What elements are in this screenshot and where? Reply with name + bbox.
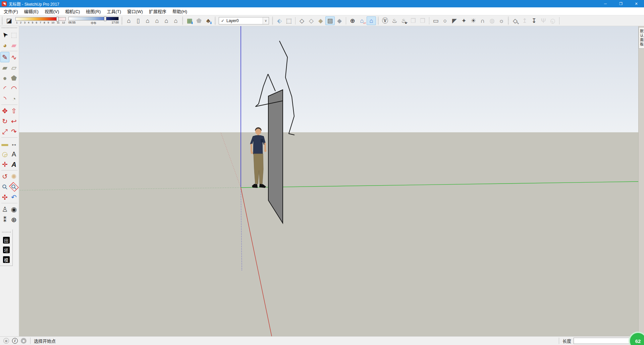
pie-tool[interactable]: ◔ (9, 93, 18, 104)
vray-ies-light-button[interactable]: ✦ (459, 16, 469, 25)
make-component-tool[interactable]: ⬚ (9, 29, 18, 40)
vray-mesh-light-button[interactable]: ◍ (487, 16, 497, 25)
vray-render-interactive-button[interactable]: ♨☛ (399, 16, 409, 25)
tape-measure-tool[interactable]: ▬ (0, 138, 9, 149)
hidden-line-style-button[interactable]: ◇ (307, 16, 316, 25)
three-point-arc-tool[interactable]: ◝ (0, 93, 9, 104)
rotated-rectangle-tool[interactable]: ▱ (9, 62, 18, 73)
add-location-button[interactable]: ▦⬇ (185, 16, 194, 25)
dimension-tool[interactable]: ↔ (9, 138, 18, 149)
follow-me-tool[interactable]: ↩ (9, 116, 18, 126)
shadow-date-track[interactable] (15, 17, 66, 21)
eraser-tool[interactable]: ▰ (9, 40, 18, 50)
menu-help[interactable]: 帮助(H) (169, 7, 190, 15)
xray-style-button[interactable]: ⬖ (275, 16, 284, 25)
position-camera-tool[interactable]: ♙ (0, 204, 9, 214)
vray-frame-buffer-button[interactable]: ❐ (409, 16, 418, 25)
arc-tool[interactable]: ◜ (0, 83, 9, 93)
toolbar-grip[interactable] (214, 17, 216, 25)
menu-draw[interactable]: 绘图(R) (83, 7, 104, 15)
pan-tool[interactable]: ✺ (9, 171, 18, 182)
zoom-window-tool[interactable]: ⚲ (9, 182, 18, 192)
maximize-button[interactable]: ❐ (613, 0, 629, 7)
orbit-tool[interactable]: ↺ (0, 171, 9, 182)
plugin-mo-button[interactable]: 模 (3, 256, 10, 263)
polygon-tool[interactable]: ⬟ (9, 73, 18, 83)
freehand-tool[interactable]: ∿ (9, 52, 18, 62)
shadow-time-handle[interactable] (104, 16, 106, 21)
plugin-toolbar-grip[interactable] (2, 231, 11, 233)
shadow-date-handle[interactable] (56, 17, 59, 21)
vray-rect-light-button[interactable]: ▭ (431, 16, 440, 25)
push-pull-tool[interactable]: ⇧ (9, 106, 18, 116)
drawn-face[interactable] (268, 90, 283, 223)
look-around-tool[interactable]: ◉ (9, 204, 18, 214)
axes-tool[interactable]: ✛ (0, 159, 9, 169)
iso-view-button[interactable]: ⌂ (124, 16, 133, 25)
plugin-pi-button[interactable]: 坯 (3, 247, 10, 253)
rotate-tool[interactable]: ↻ (0, 116, 9, 126)
back-view-button[interactable]: ⌂ (162, 16, 171, 25)
layer-dropdown-button[interactable]: ∨ (263, 17, 269, 24)
toolbar-grip[interactable] (121, 17, 123, 25)
vray-logo-button[interactable]: Ⓥ (380, 16, 390, 25)
shadow-time-slider[interactable]: 06:55 中午 17:00 (68, 17, 119, 25)
section-plane-button[interactable]: ⌂▱ (357, 16, 367, 25)
menu-extensions[interactable]: 扩展程序 (146, 7, 169, 15)
protractor-tool[interactable]: ◶ (0, 149, 9, 159)
walk-tool[interactable]: ⁑ (0, 214, 9, 225)
menu-tools[interactable]: 工具(T) (104, 7, 124, 15)
viewport-svg[interactable] (19, 26, 638, 336)
vray-spot-light-button[interactable]: ◤ (450, 16, 459, 25)
shaded-style-button[interactable]: ◆ (316, 16, 325, 25)
vray-proxy-import-button[interactable]: ↧ (529, 16, 539, 25)
vray-clipper-button[interactable]: ◵ (548, 16, 557, 25)
back-edges-style-button[interactable]: ⬚ (284, 16, 293, 25)
toolbar-grip[interactable] (377, 17, 379, 25)
shadows-toggle-button[interactable]: ◪ (4, 16, 14, 25)
default-tray-tab[interactable]: 默认面板 (639, 27, 644, 49)
vray-proxy-export-button[interactable]: ↥ (520, 16, 529, 25)
vray-infinite-plane-button[interactable]: ◇∿ (511, 16, 520, 25)
plugin-grid-button[interactable]: 田 (3, 237, 10, 244)
line-tool[interactable]: ✎ (0, 52, 9, 62)
toolbar-grip[interactable] (272, 17, 273, 25)
vray-fur-button[interactable]: Ψ (539, 16, 548, 25)
menu-camera[interactable]: 相机(C) (62, 7, 83, 15)
vray-dome-light-button[interactable]: ∩ (478, 16, 487, 25)
toolbar-grip[interactable] (1, 17, 3, 25)
shadow-time-track[interactable] (68, 17, 119, 20)
menu-edit[interactable]: 编辑(E) (21, 7, 42, 15)
toggle-terrain-button[interactable]: ⬟ (194, 16, 204, 25)
select-tool[interactable]: ➤ (0, 29, 9, 40)
text-tool[interactable]: A (9, 149, 18, 159)
section-cuts-button[interactable]: ⌂ (367, 16, 376, 25)
right-view-button[interactable]: ⌂ (152, 16, 162, 25)
paint-bucket-tool[interactable]: ◕ (0, 40, 9, 50)
menu-view[interactable]: 视图(V) (42, 7, 62, 15)
left-view-button[interactable]: ⌂ (171, 16, 180, 25)
monochrome-style-button[interactable]: ◆ (335, 16, 344, 25)
sign-in-icon[interactable]: ☻ (21, 338, 26, 344)
circle-tool[interactable]: ● (0, 73, 9, 83)
axes-crosshair-button[interactable]: ⊕ (348, 16, 357, 25)
model-info-icon[interactable]: i (12, 338, 18, 344)
vray-render-button[interactable]: ♨ (390, 16, 399, 25)
geolocation-icon[interactable]: ◉ (3, 338, 9, 344)
compass-tool[interactable]: ⊕ (9, 214, 18, 225)
top-view-button[interactable]: ▯ (133, 16, 143, 25)
menu-window[interactable]: 窗口(W) (124, 7, 146, 15)
shadow-date-slider[interactable]: 123456789101112 (15, 17, 66, 24)
zoom-tool[interactable]: ⚲ (0, 182, 9, 192)
scale-tool[interactable]: ⤢ (0, 126, 9, 137)
menu-file[interactable]: 文件(F) (1, 7, 21, 15)
move-tool[interactable]: ✥ (0, 106, 9, 116)
previous-view-tool[interactable]: ↶ (9, 192, 18, 202)
toolset-grip[interactable] (1, 27, 17, 29)
wireframe-style-button[interactable]: ◇ (297, 16, 307, 25)
close-button[interactable]: ✕ (629, 0, 644, 7)
vray-sun-light-button[interactable]: ☼ (497, 16, 506, 25)
rectangle-tool[interactable]: ▰ (0, 62, 9, 73)
3d-text-tool[interactable]: A (9, 159, 18, 169)
vray-omni-light-button[interactable]: ☀ (469, 16, 478, 25)
